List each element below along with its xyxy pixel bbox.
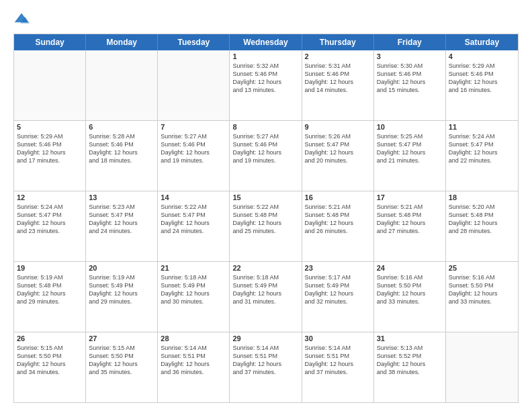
cell-info: Sunrise: 5:27 AM Sunset: 5:46 PM Dayligh… [161, 132, 226, 165]
cell-info: Sunrise: 5:18 AM Sunset: 5:49 PM Dayligh… [161, 273, 226, 306]
day-number: 17 [377, 193, 443, 201]
cell-info: Sunrise: 5:22 AM Sunset: 5:47 PM Dayligh… [161, 203, 226, 236]
day-cell-6: 6Sunrise: 5:28 AM Sunset: 5:46 PM Daylig… [86, 121, 158, 191]
cell-info: Sunrise: 5:26 AM Sunset: 5:47 PM Dayligh… [305, 132, 371, 165]
cell-info: Sunrise: 5:15 AM Sunset: 5:50 PM Dayligh… [89, 344, 154, 377]
cell-info: Sunrise: 5:30 AM Sunset: 5:46 PM Dayligh… [377, 62, 443, 95]
day-number: 23 [305, 264, 371, 272]
cell-info: Sunrise: 5:32 AM Sunset: 5:46 PM Dayligh… [232, 62, 298, 95]
day-cell-10: 10Sunrise: 5:25 AM Sunset: 5:47 PM Dayli… [374, 121, 446, 191]
day-cell-11: 11Sunrise: 5:24 AM Sunset: 5:47 PM Dayli… [446, 121, 518, 191]
cell-info: Sunrise: 5:29 AM Sunset: 5:46 PM Dayligh… [17, 132, 83, 165]
day-cell-17: 17Sunrise: 5:21 AM Sunset: 5:48 PM Dayli… [374, 191, 446, 261]
day-cell-2: 2Sunrise: 5:31 AM Sunset: 5:46 PM Daylig… [302, 50, 374, 120]
day-number: 5 [17, 123, 83, 131]
day-number: 4 [449, 52, 515, 60]
day-number: 29 [232, 334, 298, 342]
day-cell-16: 16Sunrise: 5:21 AM Sunset: 5:48 PM Dayli… [302, 191, 374, 261]
cell-info: Sunrise: 5:14 AM Sunset: 5:51 PM Dayligh… [232, 344, 298, 377]
day-cell-18: 18Sunrise: 5:20 AM Sunset: 5:48 PM Dayli… [446, 191, 518, 261]
day-cell-4: 4Sunrise: 5:29 AM Sunset: 5:46 PM Daylig… [446, 50, 518, 120]
header-day-friday: Friday [374, 34, 446, 50]
day-cell-23: 23Sunrise: 5:17 AM Sunset: 5:49 PM Dayli… [302, 262, 374, 332]
day-number: 8 [232, 123, 298, 131]
day-number: 12 [17, 193, 83, 201]
logo [13, 11, 32, 27]
day-number: 2 [305, 52, 371, 60]
day-cell-15: 15Sunrise: 5:22 AM Sunset: 5:48 PM Dayli… [230, 191, 302, 261]
cell-info: Sunrise: 5:19 AM Sunset: 5:48 PM Dayligh… [17, 273, 83, 306]
day-number: 14 [161, 193, 226, 201]
empty-cell [158, 50, 230, 120]
cell-info: Sunrise: 5:22 AM Sunset: 5:48 PM Dayligh… [232, 203, 298, 236]
header-day-sunday: Sunday [14, 34, 86, 50]
day-cell-24: 24Sunrise: 5:16 AM Sunset: 5:50 PM Dayli… [374, 262, 446, 332]
day-number: 22 [232, 264, 298, 272]
cell-info: Sunrise: 5:14 AM Sunset: 5:51 PM Dayligh… [161, 344, 226, 377]
day-number: 11 [449, 123, 515, 131]
day-cell-25: 25Sunrise: 5:16 AM Sunset: 5:50 PM Dayli… [446, 262, 518, 332]
calendar-row-1: 5Sunrise: 5:29 AM Sunset: 5:46 PM Daylig… [14, 121, 518, 191]
day-number: 27 [89, 334, 154, 342]
page: SundayMondayTuesdayWednesdayThursdayFrid… [0, 0, 532, 411]
day-number: 28 [161, 334, 226, 342]
day-cell-9: 9Sunrise: 5:26 AM Sunset: 5:47 PM Daylig… [302, 121, 374, 191]
day-number: 20 [89, 264, 154, 272]
calendar-row-0: 1Sunrise: 5:32 AM Sunset: 5:46 PM Daylig… [14, 50, 518, 121]
day-number: 9 [305, 123, 371, 131]
calendar-row-3: 19Sunrise: 5:19 AM Sunset: 5:48 PM Dayli… [14, 262, 518, 332]
day-cell-1: 1Sunrise: 5:32 AM Sunset: 5:46 PM Daylig… [230, 50, 302, 120]
day-number: 13 [89, 193, 154, 201]
cell-info: Sunrise: 5:16 AM Sunset: 5:50 PM Dayligh… [449, 273, 515, 306]
day-cell-28: 28Sunrise: 5:14 AM Sunset: 5:51 PM Dayli… [158, 332, 230, 402]
cell-info: Sunrise: 5:15 AM Sunset: 5:50 PM Dayligh… [17, 344, 83, 377]
day-number: 15 [232, 193, 298, 201]
day-cell-5: 5Sunrise: 5:29 AM Sunset: 5:46 PM Daylig… [14, 121, 86, 191]
day-cell-12: 12Sunrise: 5:24 AM Sunset: 5:47 PM Dayli… [14, 191, 86, 261]
day-number: 6 [89, 123, 154, 131]
calendar-body: 1Sunrise: 5:32 AM Sunset: 5:46 PM Daylig… [14, 50, 518, 402]
day-cell-26: 26Sunrise: 5:15 AM Sunset: 5:50 PM Dayli… [14, 332, 86, 402]
cell-info: Sunrise: 5:29 AM Sunset: 5:46 PM Dayligh… [449, 62, 515, 95]
calendar: SundayMondayTuesdayWednesdayThursdayFrid… [13, 34, 519, 403]
day-cell-13: 13Sunrise: 5:23 AM Sunset: 5:47 PM Dayli… [86, 191, 158, 261]
calendar-row-4: 26Sunrise: 5:15 AM Sunset: 5:50 PM Dayli… [14, 332, 518, 402]
cell-info: Sunrise: 5:19 AM Sunset: 5:49 PM Dayligh… [89, 273, 154, 306]
day-cell-19: 19Sunrise: 5:19 AM Sunset: 5:48 PM Dayli… [14, 262, 86, 332]
day-number: 18 [449, 193, 515, 201]
day-number: 24 [377, 264, 443, 272]
cell-info: Sunrise: 5:23 AM Sunset: 5:47 PM Dayligh… [89, 203, 154, 236]
cell-info: Sunrise: 5:14 AM Sunset: 5:51 PM Dayligh… [305, 344, 371, 377]
header-day-wednesday: Wednesday [230, 34, 302, 50]
day-number: 25 [449, 264, 515, 272]
day-number: 31 [377, 334, 443, 342]
cell-info: Sunrise: 5:16 AM Sunset: 5:50 PM Dayligh… [377, 273, 443, 306]
day-number: 26 [17, 334, 83, 342]
day-cell-30: 30Sunrise: 5:14 AM Sunset: 5:51 PM Dayli… [302, 332, 374, 402]
cell-info: Sunrise: 5:24 AM Sunset: 5:47 PM Dayligh… [17, 203, 83, 236]
cell-info: Sunrise: 5:21 AM Sunset: 5:48 PM Dayligh… [377, 203, 443, 236]
header-day-tuesday: Tuesday [158, 34, 230, 50]
day-cell-29: 29Sunrise: 5:14 AM Sunset: 5:51 PM Dayli… [230, 332, 302, 402]
day-cell-21: 21Sunrise: 5:18 AM Sunset: 5:49 PM Dayli… [158, 262, 230, 332]
cell-info: Sunrise: 5:25 AM Sunset: 5:47 PM Dayligh… [377, 132, 443, 165]
day-cell-8: 8Sunrise: 5:27 AM Sunset: 5:46 PM Daylig… [230, 121, 302, 191]
cell-info: Sunrise: 5:31 AM Sunset: 5:46 PM Dayligh… [305, 62, 371, 95]
header [13, 11, 519, 27]
calendar-header: SundayMondayTuesdayWednesdayThursdayFrid… [14, 34, 518, 50]
day-number: 7 [161, 123, 226, 131]
day-number: 16 [305, 193, 371, 201]
day-number: 21 [161, 264, 226, 272]
day-number: 10 [377, 123, 443, 131]
day-cell-27: 27Sunrise: 5:15 AM Sunset: 5:50 PM Dayli… [86, 332, 158, 402]
cell-info: Sunrise: 5:20 AM Sunset: 5:48 PM Dayligh… [449, 203, 515, 236]
calendar-row-2: 12Sunrise: 5:24 AM Sunset: 5:47 PM Dayli… [14, 191, 518, 262]
day-cell-14: 14Sunrise: 5:22 AM Sunset: 5:47 PM Dayli… [158, 191, 230, 261]
header-day-monday: Monday [86, 34, 158, 50]
cell-info: Sunrise: 5:17 AM Sunset: 5:49 PM Dayligh… [305, 273, 371, 306]
day-cell-3: 3Sunrise: 5:30 AM Sunset: 5:46 PM Daylig… [374, 50, 446, 120]
day-number: 1 [232, 52, 298, 60]
header-day-saturday: Saturday [446, 34, 518, 50]
day-cell-22: 22Sunrise: 5:18 AM Sunset: 5:49 PM Dayli… [230, 262, 302, 332]
cell-info: Sunrise: 5:21 AM Sunset: 5:48 PM Dayligh… [305, 203, 371, 236]
